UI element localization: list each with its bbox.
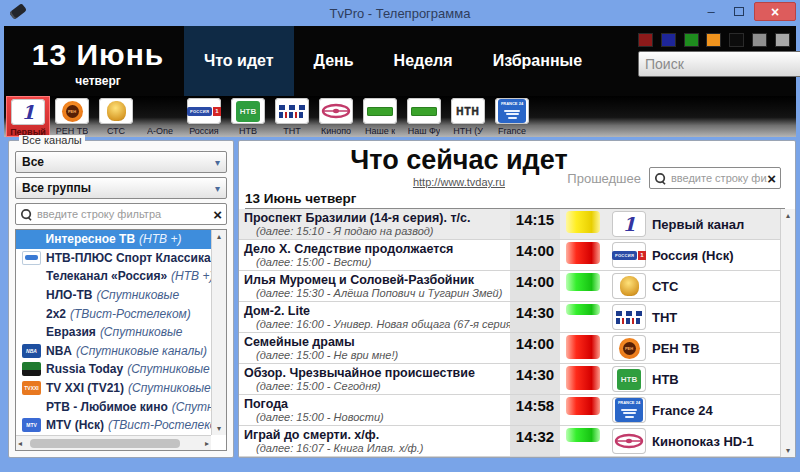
channel-strip: 1ПервыйРЕНРЕН ТВСТСA-OneРОССИЯ1РоссияНТВ… xyxy=(4,96,796,137)
clear-filter-icon[interactable]: × xyxy=(767,171,776,186)
strip-channel-tnt[interactable]: ТНТ xyxy=(270,96,314,137)
program-row[interactable]: Обзор. Чрезвычайное происшествие(далее: … xyxy=(239,364,780,395)
scroll-down-icon[interactable]: ▾ xyxy=(786,446,790,455)
program-channel-logo xyxy=(606,302,652,332)
channel-group: (Спутниковые xyxy=(127,362,210,376)
channel-list-item[interactable]: 2x2(ТВист-Ростелеком) xyxy=(16,304,211,323)
groups-select[interactable]: Все группы ▾ xyxy=(15,177,227,199)
program-filter[interactable]: × xyxy=(649,167,781,189)
strip-channel-ntv[interactable]: НТВНТВ xyxy=(226,96,270,137)
strip-channel-label: Россия xyxy=(189,126,219,136)
scrollbar-thumb[interactable] xyxy=(30,439,180,448)
search-input[interactable] xyxy=(645,56,800,72)
strip-channel-rossiya[interactable]: РОССИЯ1Россия xyxy=(182,96,226,137)
program-text: Проспект Бразилии (14-я серия). т/с.(дал… xyxy=(239,209,510,239)
strip-channel-ren[interactable]: РЕНРЕН ТВ xyxy=(50,96,94,137)
channel-list-item[interactable]: NBANBA(Спутниковые каналы) xyxy=(16,342,211,361)
program-filter-input[interactable] xyxy=(671,172,767,184)
program-text: Илья Муромец и Соловей-Разбойник(далее: … xyxy=(239,271,510,301)
palette-color-swatch[interactable] xyxy=(661,33,676,47)
weekday-label: четверг xyxy=(18,74,178,88)
nashe-icon xyxy=(363,98,397,124)
sidebar-filter-input[interactable] xyxy=(37,208,213,220)
program-channel-name: France 24 xyxy=(652,395,780,425)
channel-list-item[interactable]: НЛО-ТВ(Спутниковые xyxy=(16,286,211,305)
palette-color-swatch[interactable] xyxy=(684,33,699,47)
vertical-scrollbar[interactable]: ▴ ▾ xyxy=(780,209,795,457)
channels-select[interactable]: Все ▾ xyxy=(15,151,227,173)
scroll-left-icon[interactable]: ◂ xyxy=(18,439,22,448)
program-row[interactable]: Илья Муромец и Соловей-Разбойник(далее: … xyxy=(239,271,780,302)
channel-list-item[interactable]: Телеканал «Россия»(НТВ +) xyxy=(16,267,211,286)
strip-channel-sts[interactable]: СТС xyxy=(94,96,138,137)
channel-name: Телеканал «Россия» xyxy=(46,269,167,283)
channel-list-item[interactable]: Евразия(Спутниковые xyxy=(16,323,211,342)
strip-channel-france24[interactable]: FRANCE 24France xyxy=(490,96,534,137)
maximize-button[interactable] xyxy=(726,2,752,21)
program-row[interactable]: Дело Х. Следствие продолжается(далее: 15… xyxy=(239,240,780,271)
channel-list-item[interactable]: TVXXITV XXI (TV21)(Спутниковые xyxy=(16,379,211,398)
tab-day[interactable]: День xyxy=(294,26,374,96)
window-controls: – × xyxy=(698,2,796,21)
channel-list-item[interactable]: РТВ - Любимое кино(Спутн xyxy=(16,397,211,416)
ren-icon: РЕН xyxy=(55,98,89,124)
nba-icon: NBA xyxy=(22,344,41,358)
program-row[interactable]: Проспект Бразилии (14-я серия). т/с.(дал… xyxy=(239,209,780,240)
program-row[interactable]: Погода(далее: 15:00 - Новости)14:58FRANC… xyxy=(239,395,780,426)
channel-name: MTV (Нск) xyxy=(46,418,104,432)
program-row[interactable]: Играй до смерти. х/ф.(далее: 16:07 - Кни… xyxy=(239,426,780,457)
minimize-button[interactable]: – xyxy=(698,2,724,21)
program-title: Дом-2. Lite xyxy=(244,304,506,318)
scroll-right-icon[interactable]: ▸ xyxy=(205,439,209,448)
program-channel-name: СТС xyxy=(652,271,780,301)
strip-channel-none[interactable]: A-One xyxy=(138,96,182,137)
program-channel-logo xyxy=(606,271,652,301)
palette-color-swatch[interactable] xyxy=(638,33,653,47)
strip-channel-ntn[interactable]: НТННТН (У xyxy=(446,96,490,137)
clear-filter-icon[interactable]: × xyxy=(213,207,222,222)
vertical-scrollbar[interactable]: ▴ ▾ xyxy=(211,230,226,435)
channel-list-item[interactable]: MTVMTV (Нск)(ТВист-Ростелекс xyxy=(16,416,211,435)
program-title: Семейные драмы xyxy=(244,335,506,349)
program-progress xyxy=(560,333,606,363)
channel-group: (Спутниковые xyxy=(128,381,211,395)
channel-list-item[interactable]: НТВ-ПЛЮС Спорт Классика xyxy=(16,249,211,268)
program-channel-logo: 1 xyxy=(606,209,652,239)
main-panel: Что сейчас идет http://www.tvday.ru Прош… xyxy=(238,140,796,458)
strip-channel-nashe[interactable]: Наш Фу xyxy=(402,96,446,137)
channel-name: TV XXI (TV21) xyxy=(46,381,124,395)
search-icon xyxy=(21,208,32,219)
progress-bar xyxy=(566,211,600,233)
close-button[interactable]: × xyxy=(754,2,796,21)
program-time: 14:58 xyxy=(510,395,560,425)
channel-list-item[interactable]: Russia Today(Спутниковые xyxy=(16,360,211,379)
strip-channel-pervy[interactable]: 1Первый xyxy=(6,96,50,137)
strip-channel-nashe[interactable]: Наше к xyxy=(358,96,402,137)
scroll-up-icon[interactable]: ▴ xyxy=(217,232,221,241)
program-progress xyxy=(560,209,606,239)
tab-favorites[interactable]: Избранные xyxy=(473,26,603,96)
palette-color-swatch[interactable] xyxy=(752,33,767,47)
sidebar-filter[interactable]: × xyxy=(15,203,227,225)
scroll-down-icon[interactable]: ▾ xyxy=(217,424,221,433)
search-row: ⚙ ▾ xyxy=(638,51,790,77)
progress-bar xyxy=(566,304,600,315)
strip-channel-label: Наше к xyxy=(365,126,395,136)
palette-color-swatch[interactable] xyxy=(706,33,721,47)
ntv-icon: НТВ xyxy=(612,366,646,392)
palette-color-swatch[interactable] xyxy=(775,33,790,47)
tab-week[interactable]: Неделя xyxy=(374,26,473,96)
progress-bar xyxy=(566,428,600,442)
program-list: Проспект Бразилии (14-я серия). т/с.(дал… xyxy=(239,209,780,457)
strip-channel-kinopokaz[interactable]: Кинопо xyxy=(314,96,358,137)
palette-color-swatch[interactable] xyxy=(729,33,744,47)
program-row[interactable]: Дом-2. Lite(далее: 16:00 - Универ. Новая… xyxy=(239,302,780,333)
horizontal-scrollbar[interactable]: ◂ ▸ xyxy=(16,435,211,450)
titlebar[interactable]: TvPro - Телепрограмма – × xyxy=(0,0,800,26)
program-row[interactable]: Семейные драмы(далее: 15:00 - Не ври мне… xyxy=(239,333,780,364)
scroll-up-icon[interactable]: ▴ xyxy=(786,211,790,220)
past-label[interactable]: Прошедшее xyxy=(567,171,641,186)
tab-now-playing[interactable]: Что идет xyxy=(184,26,294,96)
channel-list-item[interactable]: Интересное ТВ(НТВ +) xyxy=(16,230,211,249)
search-box[interactable] xyxy=(638,51,800,77)
